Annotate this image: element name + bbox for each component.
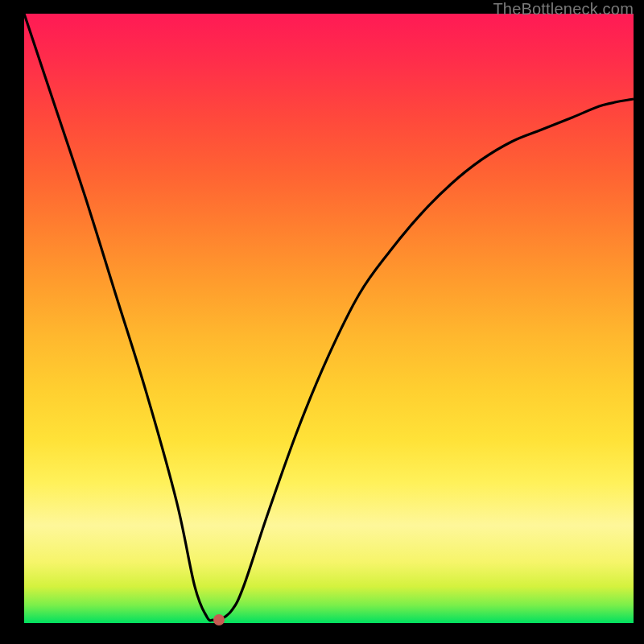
- bottleneck-curve: [24, 14, 634, 623]
- curve-path: [24, 14, 634, 621]
- optimum-marker: [213, 614, 225, 625]
- plot-area: [24, 14, 634, 623]
- chart-frame: TheBottleneck.com: [0, 0, 644, 644]
- watermark-label: TheBottleneck.com: [493, 0, 634, 19]
